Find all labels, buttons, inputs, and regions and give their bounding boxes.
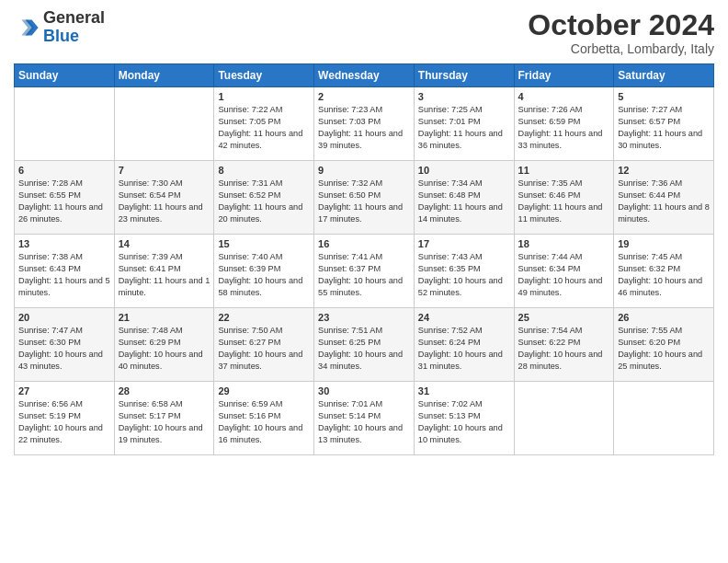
day-number: 29 [218, 385, 310, 396]
day-info: Sunrise: 7:01 AM Sunset: 5:14 PM Dayligh… [318, 398, 410, 446]
day-number: 6 [18, 165, 110, 176]
day-info: Sunrise: 7:31 AM Sunset: 6:52 PM Dayligh… [218, 178, 310, 225]
day-number: 4 [518, 91, 610, 102]
calendar-cell: 20Sunrise: 7:47 AM Sunset: 6:30 PM Dayli… [15, 308, 115, 382]
day-info: Sunrise: 7:48 AM Sunset: 6:29 PM Dayligh… [119, 325, 210, 373]
day-number: 2 [318, 91, 410, 102]
day-info: Sunrise: 7:55 AM Sunset: 6:20 PM Dayligh… [618, 325, 710, 373]
header-day-saturday: Saturday [614, 64, 714, 87]
day-info: Sunrise: 7:25 AM Sunset: 7:01 PM Dayligh… [418, 104, 510, 152]
calendar-cell: 24Sunrise: 7:52 AM Sunset: 6:24 PM Dayli… [414, 308, 514, 382]
day-info: Sunrise: 7:52 AM Sunset: 6:24 PM Dayligh… [418, 325, 510, 373]
day-number: 11 [518, 165, 610, 176]
day-info: Sunrise: 6:58 AM Sunset: 5:17 PM Dayligh… [119, 398, 210, 446]
header-day-tuesday: Tuesday [214, 64, 314, 87]
calendar-cell: 8Sunrise: 7:31 AM Sunset: 6:52 PM Daylig… [214, 161, 314, 235]
calendar-cell: 12Sunrise: 7:36 AM Sunset: 6:44 PM Dayli… [614, 161, 714, 235]
header-day-friday: Friday [514, 64, 614, 87]
calendar-cell: 13Sunrise: 7:38 AM Sunset: 6:43 PM Dayli… [15, 235, 115, 308]
header-day-monday: Monday [114, 64, 214, 87]
calendar-cell [114, 87, 214, 161]
week-row-4: 20Sunrise: 7:47 AM Sunset: 6:30 PM Dayli… [15, 308, 714, 382]
calendar-cell: 5Sunrise: 7:27 AM Sunset: 6:57 PM Daylig… [614, 87, 714, 161]
calendar-cell: 18Sunrise: 7:44 AM Sunset: 6:34 PM Dayli… [514, 235, 614, 308]
day-info: Sunrise: 7:41 AM Sunset: 6:37 PM Dayligh… [318, 251, 410, 299]
day-info: Sunrise: 7:22 AM Sunset: 7:05 PM Dayligh… [218, 104, 310, 152]
calendar-cell: 23Sunrise: 7:51 AM Sunset: 6:25 PM Dayli… [314, 308, 415, 382]
day-info: Sunrise: 7:34 AM Sunset: 6:48 PM Dayligh… [418, 178, 510, 225]
calendar-cell: 15Sunrise: 7:40 AM Sunset: 6:39 PM Dayli… [214, 235, 314, 308]
calendar-cell: 17Sunrise: 7:43 AM Sunset: 6:35 PM Dayli… [414, 235, 514, 308]
day-info: Sunrise: 7:38 AM Sunset: 6:43 PM Dayligh… [18, 251, 110, 299]
day-number: 7 [119, 165, 210, 176]
calendar-cell: 31Sunrise: 7:02 AM Sunset: 5:13 PM Dayli… [414, 382, 514, 455]
day-number: 5 [618, 91, 710, 102]
day-number: 22 [218, 312, 310, 323]
day-info: Sunrise: 7:26 AM Sunset: 6:59 PM Dayligh… [518, 104, 610, 152]
day-number: 3 [418, 91, 510, 102]
day-info: Sunrise: 7:51 AM Sunset: 6:25 PM Dayligh… [318, 325, 410, 373]
calendar-cell: 21Sunrise: 7:48 AM Sunset: 6:29 PM Dayli… [114, 308, 214, 382]
calendar-cell: 4Sunrise: 7:26 AM Sunset: 6:59 PM Daylig… [514, 87, 614, 161]
calendar-table: SundayMondayTuesdayWednesdayThursdayFrid… [14, 63, 714, 455]
day-number: 12 [618, 165, 710, 176]
day-number: 15 [218, 238, 310, 249]
logo: General Blue [14, 9, 105, 46]
calendar-body: 1Sunrise: 7:22 AM Sunset: 7:05 PM Daylig… [15, 87, 714, 455]
day-info: Sunrise: 7:50 AM Sunset: 6:27 PM Dayligh… [218, 325, 310, 373]
title-area: October 2024 Corbetta, Lombardy, Italy [528, 9, 714, 56]
day-info: Sunrise: 7:30 AM Sunset: 6:54 PM Dayligh… [119, 178, 210, 225]
day-info: Sunrise: 7:47 AM Sunset: 6:30 PM Dayligh… [18, 325, 110, 373]
calendar-cell: 2Sunrise: 7:23 AM Sunset: 7:03 PM Daylig… [314, 87, 415, 161]
day-number: 24 [418, 312, 510, 323]
header-day-sunday: Sunday [15, 64, 115, 87]
day-number: 30 [318, 385, 410, 396]
day-info: Sunrise: 7:27 AM Sunset: 6:57 PM Dayligh… [618, 104, 710, 152]
calendar-cell: 3Sunrise: 7:25 AM Sunset: 7:01 PM Daylig… [414, 87, 514, 161]
calendar-cell: 16Sunrise: 7:41 AM Sunset: 6:37 PM Dayli… [314, 235, 415, 308]
day-info: Sunrise: 7:43 AM Sunset: 6:35 PM Dayligh… [418, 251, 510, 299]
calendar-cell: 29Sunrise: 6:59 AM Sunset: 5:16 PM Dayli… [214, 382, 314, 455]
day-info: Sunrise: 7:40 AM Sunset: 6:39 PM Dayligh… [218, 251, 310, 299]
header-row: SundayMondayTuesdayWednesdayThursdayFrid… [15, 64, 714, 87]
day-info: Sunrise: 7:36 AM Sunset: 6:44 PM Dayligh… [618, 178, 710, 225]
month-title: October 2024 [528, 9, 714, 41]
header-day-wednesday: Wednesday [314, 64, 415, 87]
day-number: 25 [518, 312, 610, 323]
calendar-cell: 25Sunrise: 7:54 AM Sunset: 6:22 PM Dayli… [514, 308, 614, 382]
calendar-cell: 9Sunrise: 7:32 AM Sunset: 6:50 PM Daylig… [314, 161, 415, 235]
day-number: 17 [418, 238, 510, 249]
calendar-cell: 6Sunrise: 7:28 AM Sunset: 6:55 PM Daylig… [15, 161, 115, 235]
calendar-cell: 14Sunrise: 7:39 AM Sunset: 6:41 PM Dayli… [114, 235, 214, 308]
calendar-cell: 30Sunrise: 7:01 AM Sunset: 5:14 PM Dayli… [314, 382, 415, 455]
day-number: 21 [119, 312, 210, 323]
calendar-cell [15, 87, 115, 161]
day-number: 10 [418, 165, 510, 176]
day-number: 19 [618, 238, 710, 249]
calendar-header: SundayMondayTuesdayWednesdayThursdayFrid… [15, 64, 714, 87]
calendar-cell: 7Sunrise: 7:30 AM Sunset: 6:54 PM Daylig… [114, 161, 214, 235]
header-day-thursday: Thursday [414, 64, 514, 87]
day-number: 16 [318, 238, 410, 249]
day-info: Sunrise: 7:54 AM Sunset: 6:22 PM Dayligh… [518, 325, 610, 373]
week-row-2: 6Sunrise: 7:28 AM Sunset: 6:55 PM Daylig… [15, 161, 714, 235]
week-row-3: 13Sunrise: 7:38 AM Sunset: 6:43 PM Dayli… [15, 235, 714, 308]
calendar-cell: 11Sunrise: 7:35 AM Sunset: 6:46 PM Dayli… [514, 161, 614, 235]
day-number: 14 [119, 238, 210, 249]
day-info: Sunrise: 7:28 AM Sunset: 6:55 PM Dayligh… [18, 178, 110, 225]
calendar-cell: 26Sunrise: 7:55 AM Sunset: 6:20 PM Dayli… [614, 308, 714, 382]
day-number: 28 [119, 385, 210, 396]
logo-icon [14, 15, 40, 40]
day-info: Sunrise: 7:39 AM Sunset: 6:41 PM Dayligh… [119, 251, 210, 299]
day-info: Sunrise: 7:02 AM Sunset: 5:13 PM Dayligh… [418, 398, 510, 446]
calendar-cell: 28Sunrise: 6:58 AM Sunset: 5:17 PM Dayli… [114, 382, 214, 455]
calendar-cell: 10Sunrise: 7:34 AM Sunset: 6:48 PM Dayli… [414, 161, 514, 235]
day-number: 1 [218, 91, 310, 102]
calendar-cell [614, 382, 714, 455]
day-number: 13 [18, 238, 110, 249]
day-number: 9 [318, 165, 410, 176]
header: General Blue October 2024 Corbetta, Lomb… [14, 9, 714, 56]
day-info: Sunrise: 6:59 AM Sunset: 5:16 PM Dayligh… [218, 398, 310, 446]
calendar-cell: 27Sunrise: 6:56 AM Sunset: 5:19 PM Dayli… [15, 382, 115, 455]
logo-text: General Blue [43, 9, 105, 46]
